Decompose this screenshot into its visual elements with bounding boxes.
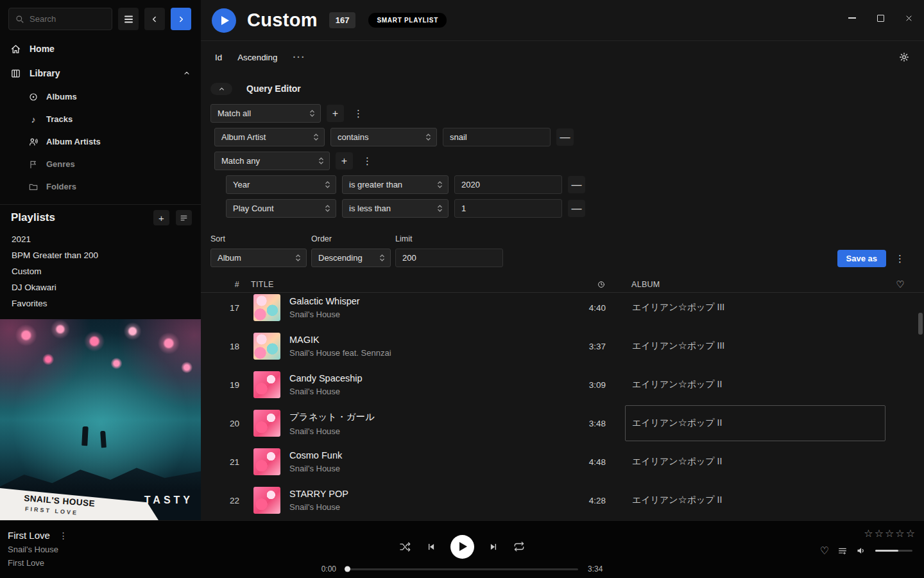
save-as-button[interactable]: Save as [837,250,886,267]
sidebar-albums-label: Albums [46,92,77,101]
album-cell[interactable]: エイリアン☆ポップ II [625,405,886,441]
volume-button[interactable] [856,545,867,556]
match-mode-select[interactable]: Match any [214,152,330,170]
plus-icon: + [341,155,347,167]
add-playlist-button[interactable]: + [153,210,169,225]
rule-value-input[interactable] [454,175,562,194]
play-pause-button[interactable] [450,535,474,559]
table-row[interactable]: 17 Galactic Whisper Snail's House 4:40 エ… [201,288,924,327]
track-menu-button[interactable]: ⋮ [59,530,68,541]
star-icon[interactable]: ☆ [906,527,915,540]
rule-operator-select[interactable]: is greater than [342,175,449,194]
rule-value-input[interactable] [443,128,551,146]
album-cell[interactable]: エイリアン☆ポップ II [625,367,886,403]
now-playing-cover[interactable]: SNAIL'S HOUSE FIRST LOVE TASTY [0,319,201,520]
sidebar-item-folders[interactable]: Folders [0,175,201,198]
play-icon [221,16,229,25]
group-options-button[interactable]: ⋮ [350,105,367,122]
playlist-item[interactable]: BPM Greater than 200 [0,247,201,263]
star-icon[interactable]: ☆ [885,527,894,540]
playlist-item[interactable]: 2021 [0,231,201,247]
next-button[interactable] [488,541,499,552]
star-icon[interactable]: ☆ [875,527,884,540]
table-row[interactable]: 22 STARRY POP Snail's House 4:28 エイリアン☆ポ… [201,481,924,518]
remove-rule-button[interactable]: — [556,128,574,146]
table-row[interactable]: 18 MAGIK Snail's House feat. Sennzai 3:3… [201,327,924,365]
playlist-item[interactable]: DJ Okawari [0,279,201,295]
album-cell[interactable]: エイリアン☆ポップ III [625,290,886,326]
playlist-item[interactable]: Custom [0,263,201,279]
table-row[interactable]: 20 プラネット・ガール Snail's House 3:48 エイリアン☆ポッ… [201,404,924,442]
sort-direction-button[interactable]: Ascending [237,53,277,62]
minimize-button[interactable] [842,9,862,27]
settings-button[interactable] [899,52,909,62]
favorite-button[interactable]: ♡ [820,545,829,557]
limit-input[interactable] [395,249,503,267]
group-options-button[interactable]: ⋮ [359,152,376,170]
seek-knob[interactable] [345,566,350,572]
rule-field-select[interactable]: Year [226,175,336,194]
close-button[interactable] [898,9,919,27]
sidebar-item-album-artists[interactable]: Album Artists [0,130,201,153]
playlist-list: 2021 BPM Greater than 200 Custom DJ Okaw… [0,229,201,319]
query-options-button[interactable]: ⋮ [891,250,909,267]
add-rule-button[interactable]: + [327,105,344,122]
plus-icon: + [158,213,164,223]
sidebar-item-tracks[interactable]: ♪ Tracks [0,108,201,130]
maximize-button[interactable] [870,9,891,27]
chevron-up-icon[interactable] [183,69,191,77]
sort-select[interactable]: Album [210,249,307,267]
playlist-item[interactable]: Favorites [0,295,201,311]
rule-field-select[interactable]: Play Count [226,199,336,218]
column-duration[interactable] [567,280,606,289]
rule-value-input[interactable] [454,199,562,218]
star-icon[interactable]: ☆ [895,527,904,540]
play-playlist-button[interactable] [212,8,236,33]
sidebar-item-albums[interactable]: Albums [0,85,201,108]
cover-watermark: TASTY [144,495,193,506]
shuffle-button[interactable] [399,541,411,553]
album-art-thumbnail [253,487,280,514]
query-root-group: Match all + ⋮ [210,104,924,123]
sidebar-item-library[interactable]: Library [0,61,201,85]
volume-slider[interactable] [875,550,912,552]
volume-icon [856,545,867,556]
menu-button[interactable] [118,8,139,30]
column-favorite[interactable]: ♡ [886,279,915,290]
album-cell[interactable]: エイリアン☆ポップ III [625,328,886,364]
previous-button[interactable] [425,541,436,552]
scrollbar-thumb[interactable] [918,313,923,335]
sidebar-item-home[interactable]: Home [0,37,201,61]
table-row[interactable]: 21 Cosmo Funk Snail's House 4:48 エイリアン☆ポ… [201,442,924,481]
match-mode-select[interactable]: Match all [210,104,321,123]
track-title: STARRY POP [289,489,348,499]
column-title[interactable]: TITLE [251,280,567,289]
seek-bar[interactable] [346,568,578,570]
remove-rule-button[interactable]: — [568,200,585,217]
more-options-button[interactable]: ··· [293,52,305,62]
album-art-thumbnail [253,333,280,360]
add-rule-button[interactable]: + [336,152,353,170]
rule-operator-select[interactable]: contains [330,128,437,146]
column-number[interactable]: # [216,280,239,289]
back-button[interactable] [144,8,165,30]
playlist-view-button[interactable] [176,210,192,225]
album-cell[interactable]: エイリアン☆ポップ II [625,444,886,480]
forward-button[interactable] [171,8,191,30]
collapse-query-editor-button[interactable] [210,83,232,95]
order-select[interactable]: Descending [311,249,391,267]
column-album[interactable]: ALBUM [625,280,886,289]
artist-icon [28,137,38,147]
repeat-button[interactable] [513,541,525,552]
rule-field-select[interactable]: Album Artist [214,128,325,146]
sidebar-item-genres[interactable]: Genres [0,153,201,175]
table-row[interactable]: 19 Candy Spaceship Snail's House 3:09 エイ… [201,365,924,404]
queue-button[interactable] [837,546,848,556]
remove-rule-button[interactable]: — [568,176,585,193]
star-icon[interactable]: ☆ [864,527,873,540]
track-duration: 4:48 [567,457,606,467]
album-cell[interactable]: エイリアン☆ポップ II [625,482,886,518]
rule-operator-select[interactable]: is less than [342,199,449,218]
sort-field-button[interactable]: Id [215,53,222,62]
search-input[interactable] [30,14,105,24]
